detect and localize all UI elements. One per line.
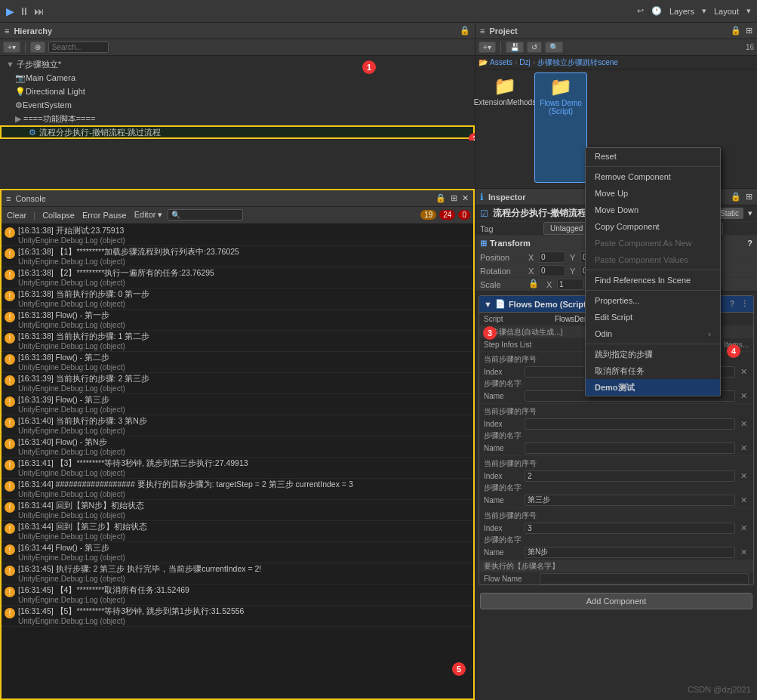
pos-x-input[interactable] [539,251,565,263]
scale-x-input[interactable] [557,279,583,290]
step-index-row-3: Index ✕ [479,522,753,534]
pause-button[interactable]: ⏸ [19,5,29,17]
log-entry: ! [16:31:38] 【1】*********加载步骤流程到执行列表中:23… [2,246,473,267]
name-input-1[interactable] [525,443,735,454]
console-close-icon[interactable]: ✕ [462,193,469,203]
hierarchy-search-icon[interactable]: ⊕ [30,42,45,53]
ctx-move-down[interactable]: Move Down [586,202,720,218]
collapse-button[interactable]: Collapse [40,210,77,220]
console-lock-icon[interactable]: 🔒 [435,193,446,203]
tree-item-flow-script[interactable]: ⚙ 流程分步执行-撤销流程-跳过流程 2 [0,125,475,139]
project-add-btn[interactable]: +▾ [479,42,496,53]
static-dropdown-icon[interactable]: ▾ [748,208,752,218]
log-line2: UnityEngine.Debug:Log (object) [18,279,214,287]
log-warn-icon: ! [5,481,15,492]
hierarchy-search-input[interactable] [48,42,109,53]
log-line1: [16:31:39] 当前执行的步骤: 2 第三步 [18,374,149,384]
inspector-lock-icon[interactable]: 🔒 [731,192,741,202]
ctx-move-up[interactable]: Move Up [586,185,720,202]
undo-icon[interactable]: ↩ [637,6,644,16]
log-entry: ! [16:31:41] 【3】*********等待3秒钟, 跳步到第三步执行… [2,458,473,479]
inspector-expand-icon[interactable]: ⊞ [746,192,752,202]
ctx-cancel-tasks[interactable]: 取消所有任务 [586,362,720,379]
project-lock-icon[interactable]: 🔒 [731,26,741,35]
clear-button[interactable]: Clear [5,210,29,220]
object-checkbox[interactable]: ☑ [480,208,488,219]
context-menu: Reset Remove Component Move Up Move Down… [585,147,721,396]
add-component-button[interactable]: Add Component [480,593,752,609]
ctx-copy-component[interactable]: Copy Component [586,218,720,235]
ctx-reset[interactable]: Reset [586,148,720,165]
tree-item-light[interactable]: 💡 Directional Light [0,85,475,98]
scale-lock-icon[interactable]: 🔒 [528,279,539,290]
index-x-btn-0[interactable]: ✕ [738,367,749,377]
hierarchy-header: ≡ Hierarchy 🔒 [0,23,475,39]
index-x-btn-2[interactable]: ✕ [738,471,749,481]
name-x-btn-3[interactable]: ✕ [738,547,749,557]
breadcrumb-dzj[interactable]: Dzj [519,58,530,66]
error-pause-button[interactable]: Error Pause [80,210,129,220]
flow-name-input[interactable] [540,573,749,584]
project-search-btn[interactable]: 🔍 [545,42,563,53]
tree-item-eventsystem[interactable]: ⚙ EventSystem [0,98,475,112]
log-line2: UnityEngine.Debug:Log (object) [18,448,125,456]
console-search-input[interactable] [168,209,243,220]
name-input-3[interactable] [525,547,735,558]
log-line1: [16:31:38] 【1】*********加载步骤流程到执行列表中:23.7… [18,247,239,257]
breadcrumb-assets[interactable]: Assets [490,58,512,66]
log-text: [16:31:41] 【3】*********等待3秒钟, 跳步到第三步执行:2… [18,458,248,477]
ctx-properties[interactable]: Properties... [586,292,720,309]
component-help-icon[interactable]: ? [730,300,734,308]
ctx-edit-script[interactable]: Edit Script [586,309,720,325]
log-warn-icon: ! [5,439,15,449]
log-text: [16:31:44] 回到【第N步】初始状态 UnityEngine.Debug… [18,501,144,520]
badge-5: 5 [452,662,466,676]
ctx-demo-test[interactable]: Demo测试 [586,379,720,396]
log-warn-icon: ! [5,587,15,597]
index-x-btn-1[interactable]: ✕ [738,419,749,429]
console-badges: 19 24 0 [420,210,470,220]
ctx-odin[interactable]: Odin › [586,325,720,342]
project-menu-icon[interactable]: ≡ [480,26,485,35]
step-name-row-2: Name ✕ [479,494,753,506]
log-line1: [16:31:44] 回到【第三步】初始状态 [18,522,147,532]
hierarchy-lock-icon[interactable]: 🔒 [460,26,470,35]
transform-help-icon[interactable]: ? [747,239,752,248]
component-menu-icon[interactable]: ⋮ [740,299,749,309]
project-refresh-btn[interactable]: ↺ [527,42,542,53]
tree-item-scripts-group[interactable]: ▶ ====功能脚本==== [0,112,475,125]
layers-dropdown-icon[interactable]: ▾ [702,6,706,16]
ctx-jump-step[interactable]: 跳到指定的步骤 [586,346,720,362]
project-folder-flowsdemo[interactable]: 📁 Flows Demo (Script) [534,72,587,183]
step-button[interactable]: ⏭ [34,5,45,17]
project-expand-icon[interactable]: ⊞ [746,26,752,35]
index-x-btn-3[interactable]: ✕ [738,523,749,533]
current-index-label: 当前步骤的序号 [484,354,537,365]
name-x-btn-2[interactable]: ✕ [738,495,749,505]
layout-dropdown-icon[interactable]: ▾ [746,6,751,16]
hierarchy-add-btn[interactable]: +▾ [3,42,20,53]
log-entry: ! [16:31:38] Flow() - 第二步 UnityEngine.De… [2,352,473,373]
index-input-1[interactable] [525,418,735,430]
tree-item-root[interactable]: ▼ 子步骤独立* [0,57,475,71]
index-input-3[interactable] [525,523,735,534]
console-menu-icon[interactable]: ≡ [6,194,11,203]
ctx-remove-component[interactable]: Remove Component [586,168,720,185]
tree-item-camera[interactable]: 📷 Main Camera [0,71,475,85]
console-title: Console [15,194,45,203]
rot-x-input[interactable] [539,265,565,276]
name-x-btn-1[interactable]: ✕ [738,443,749,453]
project-folder-extension[interactable]: 📁 ExtensionMethods [479,72,531,183]
project-save-btn[interactable]: 💾 [506,42,524,53]
editor-button[interactable]: Editor ▾ [132,209,165,220]
console-expand-icon[interactable]: ⊞ [451,193,457,203]
history-icon[interactable]: 🕐 [651,6,662,16]
name-sub-label: Name [484,496,522,504]
play-button[interactable]: ▶ [6,5,14,17]
index-input-2[interactable] [525,470,735,482]
breadcrumb-scene[interactable]: 步骤独立步骤跳转scene [537,57,618,68]
name-input-2[interactable] [525,495,735,506]
ctx-find-references[interactable]: Find References In Scene [586,272,720,288]
hierarchy-menu-icon[interactable]: ≡ [5,26,9,35]
name-x-btn-0[interactable]: ✕ [738,391,749,401]
